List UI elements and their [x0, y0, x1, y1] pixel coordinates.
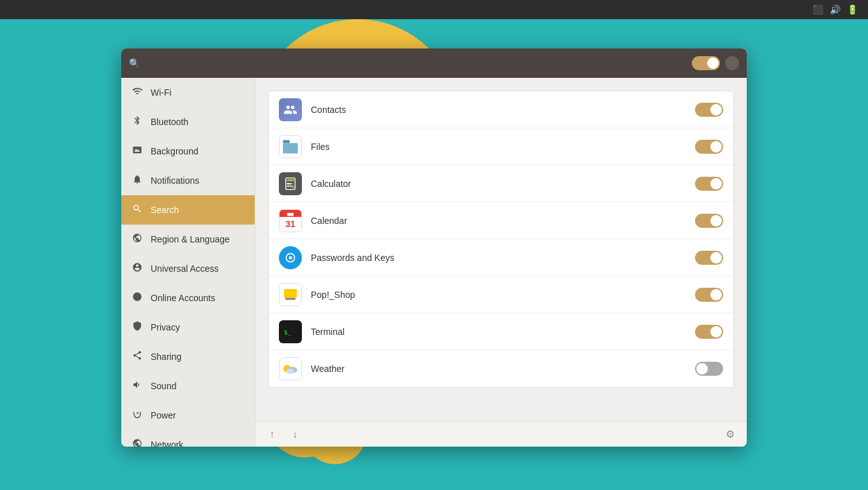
topbar: ⬛ 🔊 🔋 [0, 0, 868, 19]
bluetooth-icon [131, 115, 143, 128]
sidebar-item-privacy[interactable]: Privacy [121, 313, 255, 342]
region-icon [131, 233, 143, 246]
right-panel: Contacts Files Calculator ▅▅ 31 Cale [255, 78, 747, 421]
toggle-knob-popshop [710, 289, 722, 301]
volume-icon[interactable]: 🔊 [830, 4, 841, 15]
app-name-contacts: Contacts [311, 105, 695, 115]
toggle-knob-calculator [710, 178, 722, 189]
sidebar-label-sound: Sound [151, 381, 176, 391]
svg-rect-2 [283, 140, 290, 143]
app-icon-popshop [279, 283, 302, 306]
toggle-popshop[interactable] [695, 288, 723, 302]
sidebar: Wi-Fi Bluetooth Background Notifications… [121, 78, 255, 447]
online-icon [131, 292, 143, 304]
search-icon [131, 204, 143, 216]
notifications-icon [131, 174, 143, 187]
sidebar-label-background: Background [151, 146, 198, 156]
app-name-passwords: Passwords and Keys [311, 253, 695, 263]
toggle-knob-terminal [710, 326, 722, 338]
move-down-button[interactable]: ↓ [286, 426, 304, 443]
sidebar-item-online[interactable]: Online Accounts [121, 283, 255, 313]
svg-point-19 [286, 369, 294, 374]
search-item-weather: Weather [269, 350, 733, 387]
sidebar-label-sharing: Sharing [151, 352, 181, 362]
search-item-contacts: Contacts [269, 91, 733, 128]
close-button[interactable] [725, 56, 739, 70]
app-icon-passwords [279, 246, 302, 269]
search-item-passwords: Passwords and Keys [269, 239, 733, 276]
app-icon-files [279, 135, 302, 158]
universal-icon [131, 262, 143, 275]
sidebar-label-privacy: Privacy [151, 322, 180, 332]
settings-gear-button[interactable]: ⚙ [721, 426, 739, 443]
sidebar-label-notifications: Notifications [151, 175, 199, 186]
wifi-icon [131, 86, 143, 99]
search-item-calendar: ▅▅ 31 Calendar [269, 202, 733, 239]
sidebar-item-universal[interactable]: Universal Access [121, 254, 255, 283]
sidebar-item-background[interactable]: Background [121, 137, 255, 166]
display-icon[interactable]: ⬛ [812, 4, 823, 15]
titlebar-right [692, 56, 747, 70]
toggle-knob-passwords [710, 252, 722, 264]
main-toggle[interactable] [692, 56, 720, 70]
toggle-knob-contacts [710, 104, 722, 115]
sound-icon [131, 380, 143, 392]
search-item-popshop: Pop!_Shop [269, 276, 733, 313]
svg-rect-6 [287, 183, 290, 184]
toggle-terminal[interactable] [695, 325, 723, 339]
move-up-button[interactable]: ↑ [263, 426, 281, 443]
background-icon [131, 145, 143, 158]
topbar-icons: ⬛ 🔊 🔋 [812, 4, 858, 15]
settings-window: 🔍 Wi-Fi Bluetooth Background [121, 48, 747, 447]
svg-rect-10 [289, 185, 292, 186]
app-icon-weather [279, 357, 302, 380]
sidebar-item-bluetooth[interactable]: Bluetooth [121, 107, 255, 137]
power-icon [131, 409, 143, 422]
toggle-contacts[interactable] [695, 103, 723, 117]
app-icon-calendar: ▅▅ 31 [279, 209, 302, 232]
svg-rect-3 [283, 143, 297, 153]
toggle-knob-weather [696, 363, 708, 375]
svg-point-0 [133, 292, 141, 301]
sidebar-item-network[interactable]: Network [121, 430, 255, 447]
sidebar-item-sound[interactable]: Sound [121, 371, 255, 401]
battery-icon[interactable]: 🔋 [847, 4, 858, 15]
toggle-calendar[interactable] [695, 214, 723, 228]
titlebar-left: 🔍 [121, 58, 255, 68]
search-item-files: Files [269, 128, 733, 165]
svg-rect-11 [292, 185, 294, 188]
app-icon-calculator [279, 172, 302, 195]
toggle-files[interactable] [695, 140, 723, 154]
toggle-calculator[interactable] [695, 177, 723, 191]
toggle-knob-files [710, 141, 722, 152]
sharing-icon [131, 350, 143, 363]
sidebar-item-sharing[interactable]: Sharing [121, 342, 255, 371]
svg-rect-14 [284, 289, 297, 298]
app-name-weather: Weather [311, 364, 695, 374]
app-name-calculator: Calculator [311, 179, 695, 189]
sidebar-label-search: Search [151, 205, 179, 215]
app-icon-terminal: $_ [279, 320, 302, 343]
sidebar-item-wifi[interactable]: Wi-Fi [121, 78, 255, 107]
search-results-list: Contacts Files Calculator ▅▅ 31 Cale [268, 91, 734, 388]
toggle-weather[interactable] [695, 362, 723, 376]
sidebar-label-universal: Universal Access [151, 264, 219, 274]
sidebar-label-online: Online Accounts [151, 293, 215, 303]
sidebar-label-bluetooth: Bluetooth [151, 117, 188, 127]
app-icon-contacts [279, 98, 302, 121]
svg-rect-7 [289, 183, 292, 184]
toggle-passwords[interactable] [695, 251, 723, 265]
app-name-files: Files [311, 142, 695, 152]
sidebar-item-notifications[interactable]: Notifications [121, 166, 255, 195]
sidebar-label-region: Region & Language [151, 234, 230, 244]
sidebar-item-region[interactable]: Region & Language [121, 225, 255, 254]
privacy-icon [131, 321, 143, 334]
sidebar-item-power[interactable]: Power [121, 401, 255, 430]
svg-rect-9 [287, 185, 290, 186]
sidebar-item-search[interactable]: Search [121, 195, 255, 225]
svg-point-13 [289, 256, 292, 259]
toggle-knob [707, 57, 719, 69]
app-name-terminal: Terminal [311, 327, 695, 337]
search-item-calculator: Calculator [269, 165, 733, 202]
sidebar-label-power: Power [151, 410, 176, 420]
